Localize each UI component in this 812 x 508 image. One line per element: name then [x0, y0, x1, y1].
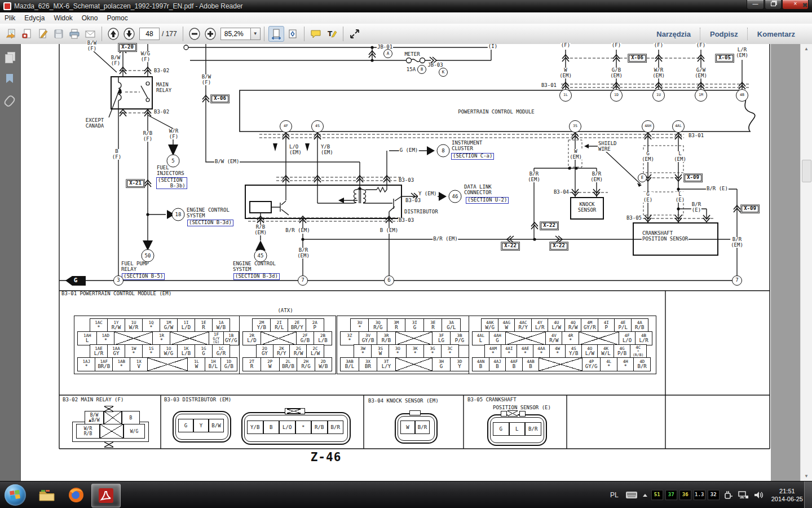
network-icon[interactable] [738, 491, 749, 500]
page-number-input[interactable] [139, 28, 160, 40]
wire-label: Y (EM) [418, 191, 438, 197]
scroll-up-icon[interactable]: ▲ [801, 44, 812, 54]
wire-label: B/R (EM) [297, 248, 310, 259]
pin-cell: 4ACR/Y [514, 318, 532, 332]
show-hidden-icons[interactable] [643, 494, 647, 497]
wire-label: (ATX) [277, 308, 293, 314]
taskbar: PL 5137361.332 21:51 2014-06-25 [0, 481, 812, 508]
pin-cell: 3Z* [340, 331, 359, 345]
tray-badge[interactable]: 32 [708, 490, 720, 500]
show-desktop-button[interactable] [804, 481, 812, 508]
menu-pomoc[interactable]: Pomoc [102, 13, 132, 23]
wire-label: B3-03 [398, 218, 414, 224]
wire-label: 15A [406, 67, 416, 73]
highlight-icon[interactable]: T [324, 27, 339, 41]
power-plug-icon[interactable] [723, 490, 733, 500]
junction-pin: 3 [113, 275, 123, 286]
tray-badge[interactable]: 51 [651, 490, 663, 500]
page-up-icon[interactable] [106, 27, 121, 41]
connector-ref-box: X-05 [716, 55, 733, 62]
menu-widok[interactable]: Widok [49, 13, 77, 23]
scrollbar-thumb[interactable] [802, 160, 811, 182]
comment-bubble-icon[interactable] [308, 27, 323, 41]
taskbar-firefox[interactable] [62, 484, 90, 506]
pin-cell: 4AJB [489, 357, 506, 371]
page-down-icon[interactable] [122, 27, 136, 41]
section-link[interactable]: (SECTION C-a) [451, 153, 494, 160]
pin-cell: 2PW [261, 357, 280, 371]
tray-badge[interactable]: 36 [679, 490, 691, 500]
section-link[interactable]: (SECTION B-3d) [187, 220, 233, 226]
minimize-button[interactable]: — [747, 0, 764, 10]
fullscreen-icon[interactable] [347, 27, 362, 41]
print-icon[interactable] [67, 27, 82, 41]
tray-badge[interactable]: 1.3 [694, 490, 705, 500]
zoom-in-icon[interactable] [203, 27, 218, 41]
wire-label: R/B (F) [143, 131, 153, 142]
section-link[interactable]: (SECTION B-3d) [233, 273, 280, 280]
connector-cell: * [295, 421, 312, 434]
convert-icon[interactable] [20, 27, 34, 41]
speaker-icon[interactable] [753, 491, 764, 500]
zoom-control[interactable]: 85,2% ▼ [220, 28, 261, 40]
keyboard-icon[interactable] [625, 491, 638, 499]
connector-cell: B [263, 421, 280, 434]
connector-cell: B/R [328, 421, 344, 434]
wire-label: B/R (E) [691, 202, 701, 213]
restore-button[interactable] [765, 0, 782, 10]
connector-tab [409, 410, 421, 415]
menu-okno[interactable]: Okno [77, 13, 103, 23]
pin-cell: 1AD* [96, 331, 115, 345]
taskbar-adobe-reader[interactable] [91, 484, 121, 507]
wire-label: B/R (EM) [433, 237, 458, 242]
zoom-out-icon[interactable] [187, 27, 202, 41]
wire-label: B3-02 [153, 110, 170, 115]
action-komentarz[interactable]: Komentarz [748, 30, 804, 38]
wire-label: L (EM) [673, 151, 687, 162]
junction-pin: 7 [732, 275, 742, 286]
action-narzędzia[interactable]: Narzędzia [647, 30, 700, 38]
pin-cell: 2TR [242, 357, 261, 371]
pin-cell: 4AGW [498, 318, 515, 332]
menu-edycja[interactable]: Edycja [20, 13, 49, 23]
vertical-scrollbar[interactable]: ▲ ▼ [800, 44, 812, 481]
pin-cell: 3QR/G [368, 318, 387, 332]
fit-page-icon[interactable] [285, 27, 300, 41]
pin-cell: 3XBR [359, 357, 378, 371]
sign-page-icon[interactable] [36, 27, 50, 41]
zoom-dropdown-icon[interactable]: ▼ [250, 28, 260, 40]
monitor-badges: 5137361.332 [650, 490, 721, 500]
connector-cell: Y/B [247, 421, 263, 434]
wire-label: JB-03 [427, 63, 443, 68]
scroll-mode-icon[interactable] [268, 26, 284, 42]
pin-cell: 1UW/R [125, 318, 143, 332]
pin-cell: 4AKW/G [481, 318, 498, 332]
pin-cell: 1AHL [77, 331, 98, 345]
open-icon[interactable] [4, 27, 19, 41]
section-link[interactable]: (SECTION B-5) [122, 273, 165, 280]
pin-cell: 4OL/W [581, 344, 598, 358]
blocked-cell [395, 331, 433, 345]
taskbar-windows-explorer[interactable] [33, 484, 61, 506]
connector-cell: R/B [311, 421, 328, 434]
wire-label: B3-04 KNOCK SENSOR (EM) [368, 398, 439, 404]
email-icon[interactable] [83, 27, 98, 41]
language-indicator[interactable]: PL [610, 491, 619, 499]
tray-badge[interactable]: 37 [665, 490, 677, 500]
action-podpisz[interactable]: Podpisz [701, 30, 747, 38]
menu-plik[interactable]: Plik [0, 13, 20, 23]
save-icon[interactable] [51, 27, 66, 41]
section-link[interactable]: (SECTION U-2) [466, 197, 509, 204]
clock[interactable]: 21:51 2014-06-25 [771, 487, 803, 503]
pin-cell: 3IG [405, 318, 424, 332]
close-document-icon[interactable]: ✖ [802, 2, 807, 9]
connector-ref-box: X-06 [629, 55, 646, 62]
scroll-down-icon[interactable]: ▼ [801, 471, 812, 481]
pin-cell: 2FG/B [296, 331, 315, 345]
section-link[interactable]: (SECTION B-3b) [156, 177, 187, 189]
connector-cell: B/R [415, 421, 430, 434]
start-button[interactable] [5, 484, 26, 506]
wire-label: B3-03 [405, 198, 421, 204]
connector-cell: B/W ▲B/W [85, 411, 104, 424]
circuit-ref: 45 [254, 249, 267, 262]
